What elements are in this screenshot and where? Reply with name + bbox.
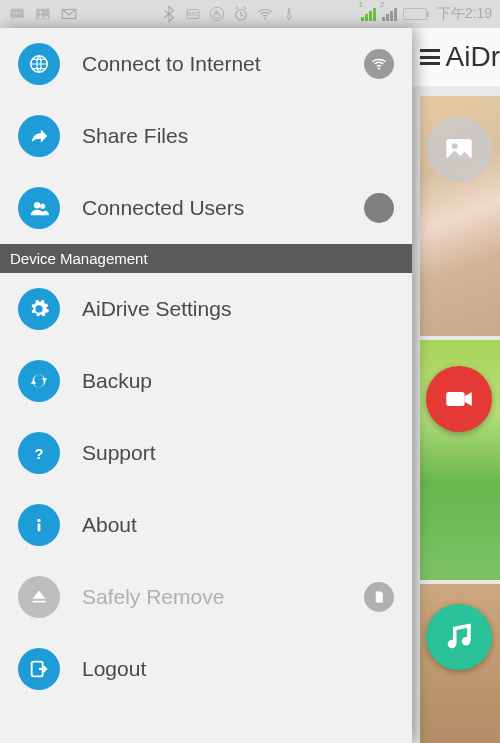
- eject-icon: [18, 576, 60, 618]
- alarm-icon: [232, 5, 250, 23]
- help-icon: ?: [18, 432, 60, 474]
- section-device-management: Device Management: [0, 244, 412, 273]
- svg-point-5: [39, 11, 42, 14]
- wifi-status-icon: [256, 5, 274, 23]
- sim2-signal: 2: [382, 7, 397, 21]
- svg-point-20: [40, 204, 45, 209]
- music-fab[interactable]: [426, 604, 492, 670]
- svg-point-18: [378, 67, 380, 69]
- menu-label: Connected Users: [82, 196, 342, 220]
- video-fab[interactable]: [426, 366, 492, 432]
- location-off-icon: [280, 5, 298, 23]
- hand-icon: [208, 5, 226, 23]
- svg-point-15: [448, 640, 457, 649]
- gear-icon: [18, 288, 60, 330]
- menu-share-files[interactable]: Share Files: [0, 100, 412, 172]
- svg-rect-23: [38, 523, 41, 531]
- menu-label: Connect to Internet: [82, 52, 342, 76]
- bluetooth-icon: [160, 5, 178, 23]
- menu-about[interactable]: About: [0, 489, 412, 561]
- photo-notif-icon: [34, 5, 52, 23]
- svg-point-11: [264, 18, 266, 20]
- hamburger-icon[interactable]: [420, 49, 440, 65]
- share-icon: [18, 115, 60, 157]
- svg-rect-14: [446, 392, 464, 406]
- menu-connect-internet[interactable]: Connect to Internet: [0, 28, 412, 100]
- svg-text:NFC: NFC: [188, 11, 199, 17]
- menu-settings[interactable]: AiDrive Settings: [0, 273, 412, 345]
- svg-point-22: [37, 519, 40, 522]
- svg-point-1: [13, 12, 15, 14]
- app-title: AiDr: [446, 41, 500, 73]
- nfc-icon: NFC: [184, 5, 202, 23]
- mail-icon: [60, 5, 78, 23]
- globe-icon: [18, 43, 60, 85]
- info-icon: [18, 504, 60, 546]
- menu-label: Backup: [82, 369, 394, 393]
- menu-label: Share Files: [82, 124, 394, 148]
- sim1-signal: 1: [361, 7, 376, 21]
- music-icon: [442, 620, 476, 654]
- image-icon: [442, 132, 476, 166]
- menu-safely-remove[interactable]: Safely Remove: [0, 561, 412, 633]
- status-bar: NFC 1 2 下午2:19: [0, 0, 500, 28]
- svg-point-3: [19, 12, 21, 14]
- logout-icon: [18, 648, 60, 690]
- svg-point-2: [16, 12, 18, 14]
- menu-label: Support: [82, 441, 394, 465]
- menu-logout[interactable]: Logout: [0, 633, 412, 705]
- menu-support[interactable]: ? Support: [0, 417, 412, 489]
- menu-backup[interactable]: Backup: [0, 345, 412, 417]
- menu-label: Logout: [82, 657, 394, 681]
- svg-text:?: ?: [35, 446, 44, 462]
- menu-label: AiDrive Settings: [82, 297, 394, 321]
- users-icon: [18, 187, 60, 229]
- sync-icon: [18, 360, 60, 402]
- chat-icon: [8, 5, 26, 23]
- svg-point-13: [452, 143, 458, 149]
- clock: 下午2:19: [437, 5, 492, 23]
- photo-fab[interactable]: [426, 116, 492, 182]
- svg-point-19: [34, 202, 40, 208]
- sd-card-icon: [364, 582, 394, 612]
- wifi-status-indicator: [364, 49, 394, 79]
- menu-label: About: [82, 513, 394, 537]
- menu-label: Safely Remove: [82, 585, 342, 609]
- video-icon: [442, 382, 476, 416]
- svg-point-16: [462, 637, 471, 646]
- battery-icon: [403, 8, 427, 20]
- status-dot: [364, 193, 394, 223]
- navigation-drawer: Connect to Internet Share Files Connecte…: [0, 28, 412, 743]
- menu-connected-users[interactable]: Connected Users: [0, 172, 412, 244]
